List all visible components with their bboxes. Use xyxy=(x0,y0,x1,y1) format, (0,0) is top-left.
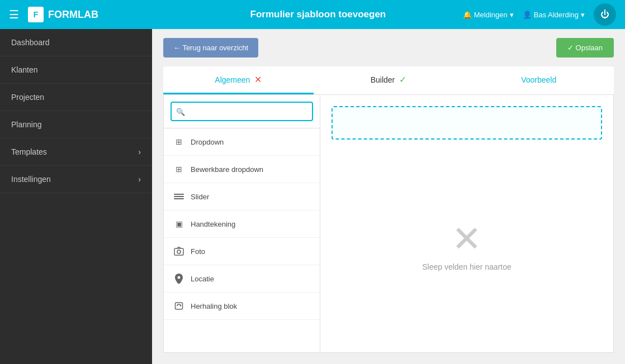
notifications-label: Meldingen xyxy=(474,11,508,19)
search-input[interactable] xyxy=(171,102,313,121)
action-bar: ← Terug naar overzicht ✓ Opslaan xyxy=(152,29,625,66)
sidebar-item-dashboard[interactable]: Dashboard xyxy=(0,29,152,56)
sidebar-item-planning[interactable]: Planning xyxy=(0,111,152,138)
svg-rect-1 xyxy=(174,196,184,197)
logo-icon: F xyxy=(28,7,44,22)
tab-voorbeeld[interactable]: Voorbeeld xyxy=(463,66,614,94)
bell-icon: 🔔 xyxy=(463,11,472,19)
chevron-right-icon: › xyxy=(138,147,141,156)
drop-x-icon: ✕ xyxy=(452,221,482,257)
page-title: Formulier sjabloon toevoegen xyxy=(173,9,463,20)
herhaling-blok-icon xyxy=(173,300,185,312)
user-name-label: Bas Alderding xyxy=(534,11,579,19)
content-area: ← Terug naar overzicht ✓ Opslaan Algemee… xyxy=(152,29,625,364)
tab-builder[interactable]: Builder ✓ xyxy=(314,66,464,94)
header-right: 🔔 Meldingen ▾ 👤 Bas Alderding ▾ ⏻ xyxy=(463,3,616,26)
field-label: Handtekening xyxy=(191,220,235,228)
list-item[interactable]: Locatie xyxy=(164,265,320,293)
svg-point-4 xyxy=(177,250,181,253)
foto-icon xyxy=(173,245,185,257)
header: ☰ F FORMLAB Formulier sjabloon toevoegen… xyxy=(0,0,625,29)
field-label: Bewerkbare dropdown xyxy=(191,165,263,174)
bewerkbare-dropdown-icon: ⊞ xyxy=(173,163,185,175)
tab-algemeen[interactable]: Algemeen ✕ xyxy=(163,66,314,94)
sidebar: Dashboard Klanten Projecten Planning Tem… xyxy=(0,29,152,364)
chevron-right-icon: › xyxy=(138,175,141,184)
sidebar-item-label: Instellingen xyxy=(11,175,51,184)
notifications-menu[interactable]: 🔔 Meldingen ▾ xyxy=(463,11,514,19)
user-avatar-icon: 👤 xyxy=(523,11,532,19)
field-label: Slider xyxy=(191,193,209,201)
field-label: Locatie xyxy=(191,275,214,283)
svg-rect-2 xyxy=(174,198,184,199)
tab-label: Voorbeeld xyxy=(521,75,556,84)
field-label: Herhaling blok xyxy=(191,302,237,310)
user-caret: ▾ xyxy=(581,11,585,19)
save-button[interactable]: ✓ Opslaan xyxy=(556,38,614,58)
tabs-bar: Algemeen ✕ Builder ✓ Voorbeeld xyxy=(163,66,614,95)
svg-rect-0 xyxy=(174,194,184,195)
sidebar-item-label: Planning xyxy=(11,120,42,129)
field-list: ⊞ Dropdown ⊞ Bewerkbare dropdown xyxy=(164,128,320,352)
notifications-caret: ▾ xyxy=(510,11,514,19)
builder-area: 🔍 ⊞ Dropdown ⊞ Bewerkbare dropdown xyxy=(163,95,614,353)
list-item[interactable]: ▣ Handtekening xyxy=(164,210,320,238)
sidebar-item-templates[interactable]: Templates › xyxy=(0,138,152,166)
list-item[interactable]: Herhaling blok xyxy=(164,293,320,320)
search-wrapper: 🔍 xyxy=(171,102,313,121)
search-box: 🔍 xyxy=(164,95,320,128)
sidebar-item-instellingen[interactable]: Instellingen › xyxy=(0,166,152,193)
svg-rect-3 xyxy=(174,248,183,255)
drop-panel: ✕ Sleep velden hier naartoe xyxy=(320,95,613,352)
sidebar-item-label: Klanten xyxy=(11,65,37,74)
tab-badge-green: ✓ xyxy=(399,74,406,85)
logo: F FORMLAB xyxy=(28,7,173,22)
list-item[interactable]: Slider xyxy=(164,183,320,210)
sidebar-item-label: Templates xyxy=(11,147,47,156)
sidebar-item-label: Projecten xyxy=(11,93,44,102)
handtekening-icon: ▣ xyxy=(173,218,185,230)
drop-text: Sleep velden hier naartoe xyxy=(422,262,512,271)
tab-label: Builder xyxy=(371,75,395,84)
search-icon: 🔍 xyxy=(176,107,185,116)
field-panel: 🔍 ⊞ Dropdown ⊞ Bewerkbare dropdown xyxy=(164,95,320,352)
list-item[interactable]: ⊞ Dropdown xyxy=(164,128,320,156)
locatie-icon xyxy=(173,272,185,285)
tab-badge-red: ✕ xyxy=(254,74,262,85)
dropdown-icon: ⊞ xyxy=(173,136,185,148)
list-item[interactable]: ⊞ Bewerkbare dropdown xyxy=(164,156,320,183)
power-button[interactable]: ⏻ xyxy=(594,3,616,26)
sidebar-item-label: Dashboard xyxy=(11,38,50,47)
user-menu[interactable]: 👤 Bas Alderding ▾ xyxy=(523,11,585,19)
tab-label: Algemeen xyxy=(215,75,250,84)
field-label: Foto xyxy=(191,247,205,256)
main-layout: Dashboard Klanten Projecten Planning Tem… xyxy=(0,29,625,364)
hamburger-icon[interactable]: ☰ xyxy=(9,8,19,21)
slider-icon xyxy=(173,190,185,203)
drop-zone-top[interactable] xyxy=(332,106,602,140)
back-button[interactable]: ← Terug naar overzicht xyxy=(163,38,258,58)
logo-text: FORMLAB xyxy=(48,9,98,21)
list-item[interactable]: Foto xyxy=(164,238,320,265)
sidebar-item-klanten[interactable]: Klanten xyxy=(0,56,152,84)
sidebar-item-projecten[interactable]: Projecten xyxy=(0,84,152,111)
power-icon: ⏻ xyxy=(600,9,609,20)
field-label: Dropdown xyxy=(191,138,224,146)
drop-placeholder: ✕ Sleep velden hier naartoe xyxy=(422,151,512,341)
